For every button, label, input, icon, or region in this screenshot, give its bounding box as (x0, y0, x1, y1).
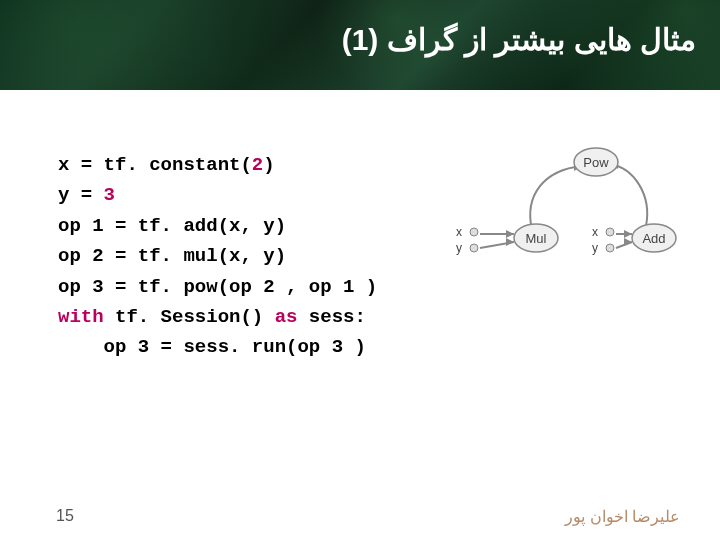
node-pow-label: Pow (583, 155, 609, 170)
code-block: x = tf. constant(2) y = 3 op 1 = tf. add… (58, 150, 377, 363)
computation-graph: Pow Mul Add x y x y (434, 140, 694, 300)
code-line: with tf. Session() as sess: (58, 302, 377, 332)
node-x-label: x (456, 225, 462, 239)
code-line: op 1 = tf. add(x, y) (58, 211, 377, 241)
input-dot-icon (606, 244, 614, 252)
code-line: op 2 = tf. mul(x, y) (58, 241, 377, 271)
code-line: x = tf. constant(2) (58, 150, 377, 180)
arrowhead-icon (506, 230, 514, 238)
arrowhead-icon (624, 230, 632, 238)
edge-add-pow (610, 164, 647, 226)
slide-footer: 15 علیرضا اخوان پور (0, 498, 720, 540)
code-line: op 3 = sess. run(op 3 ) (58, 332, 377, 362)
arrowhead-icon (624, 238, 632, 246)
node-add-label: Add (642, 231, 665, 246)
slide-body: x = tf. constant(2) y = 3 op 1 = tf. add… (0, 150, 720, 490)
slide-title: مثال هایی بیشتر از گراف (1) (342, 22, 696, 57)
node-mul-label: Mul (526, 231, 547, 246)
slide: مثال هایی بیشتر از گراف (1) x = tf. cons… (0, 0, 720, 540)
edge-mul-pow (530, 166, 582, 230)
node-x-label: x (592, 225, 598, 239)
node-y-label: y (592, 241, 598, 255)
input-dot-icon (470, 228, 478, 236)
input-dot-icon (606, 228, 614, 236)
input-dot-icon (470, 244, 478, 252)
page-number: 15 (56, 507, 74, 525)
slide-header: مثال هایی بیشتر از گراف (1) (0, 0, 720, 90)
author-credit: علیرضا اخوان پور (565, 507, 680, 526)
code-line: op 3 = tf. pow(op 2 , op 1 ) (58, 272, 377, 302)
node-y-label: y (456, 241, 462, 255)
code-line: y = 3 (58, 180, 377, 210)
arrowhead-icon (506, 238, 514, 246)
